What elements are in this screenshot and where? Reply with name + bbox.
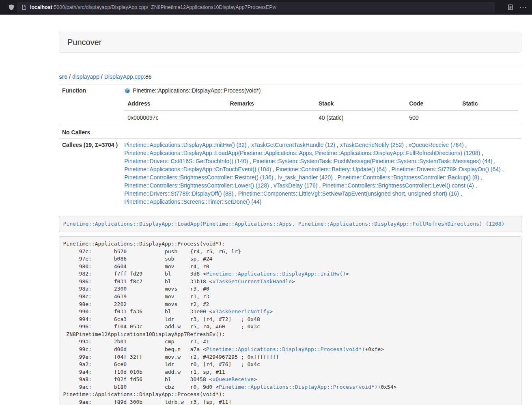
callee-link[interactable]: vTaskDelay (176) [274, 182, 317, 189]
callee-separator: , [480, 150, 483, 156]
callee-separator: , [246, 142, 251, 148]
callee-separator: , [492, 158, 495, 164]
url-host: localhost [30, 4, 52, 10]
function-stats-table: Address Remarks Stack Code Static 0x0000… [124, 97, 518, 124]
code-symbol-link[interactable]: Pinetime::Applications::DisplayApp::Proc… [206, 346, 365, 352]
no-callers-label: No Callers [59, 126, 121, 139]
callee-link[interactable]: xTaskGenericNotify (252) [340, 142, 404, 148]
stat-remarks [227, 110, 315, 124]
callee-link[interactable]: Pinetime::Controllers::BrightnessControl… [322, 182, 474, 189]
callee-link[interactable]: Pinetime::Controllers::BrightnessControl… [124, 182, 269, 189]
callee-link[interactable]: Pinetime::Controllers::BrightnessControl… [124, 174, 273, 181]
callees-label: Callees (19, Σ=3704 ) [59, 139, 121, 208]
browser-chrome: localhost:5000/path/src/displayapp/Displ… [0, 0, 532, 15]
column-header-code: Code [406, 97, 459, 110]
callee-link[interactable]: Pinetime::System::SystemTask::PushMessag… [253, 158, 493, 164]
callee-separator: , [271, 166, 276, 172]
highlighted-symbol-box: Pinetime::Applications::DisplayApp::Load… [59, 216, 521, 232]
callee-link[interactable]: Pinetime::Applications::DisplayApp::OnTo… [124, 166, 271, 172]
disassembly-code: Pinetime::Applications::DisplayApp::Proc… [59, 236, 521, 405]
reader-mode-icon[interactable] [507, 4, 514, 11]
callee-link[interactable]: lv_task_handler (420) [278, 174, 333, 181]
no-callers-row: No Callers [59, 126, 521, 139]
column-header-address: Address [124, 97, 226, 110]
code-symbol-link[interactable]: xTaskGetCurrentTaskHandle [212, 278, 292, 284]
stats-header-row: Address Remarks Stack Code Static [124, 97, 518, 110]
url-bar[interactable]: localhost:5000/path/src/displayapp/Displ… [17, 2, 495, 13]
highlighted-symbol-link[interactable]: Pinetime::Applications::DisplayApp::Load… [63, 221, 505, 227]
callee-separator: , [474, 182, 477, 189]
url-path: :5000/path/src/displayapp/DisplayApp.cpp… [52, 4, 276, 10]
callee-separator: , [248, 158, 253, 164]
function-icon [124, 88, 130, 94]
callee-separator: , [387, 166, 392, 172]
callee-link[interactable]: Pinetime::Drivers::St7789::DisplayOff() … [124, 190, 233, 197]
column-header-remarks: Remarks [227, 97, 315, 110]
function-row: Function Pinetime::Applications::Display… [59, 84, 521, 126]
divider [59, 65, 521, 65]
stat-stack: 40 (static) [315, 110, 406, 124]
callee-separator: , [333, 174, 338, 181]
callee-link[interactable]: Pinetime::Controllers::Battery::Update()… [276, 166, 387, 172]
page-title: Puncover [67, 38, 513, 47]
callee-separator: , [233, 190, 238, 197]
callee-link[interactable]: Pinetime::Applications::Screens::Timer::… [124, 198, 261, 205]
code-symbol-link[interactable]: Pinetime::Applications::DisplayApp::Proc… [219, 384, 377, 390]
callee-separator: , [317, 182, 322, 189]
breadcrumb-separator: / [101, 73, 103, 80]
code-symbol-link[interactable]: xTaskGenericNotify [212, 308, 269, 315]
url-text: localhost:5000/path/src/displayapp/Displ… [30, 4, 276, 10]
page-title-panel: Puncover [59, 32, 521, 53]
callee-separator: , [459, 190, 462, 197]
callee-separator: , [501, 166, 504, 172]
callees-cell: Pinetime::Applications::DisplayApp::Init… [121, 139, 521, 208]
page-content: Puncover src/displayapp/DisplayApp.cpp:8… [59, 32, 521, 405]
function-row-label: Function [59, 84, 121, 126]
callee-link[interactable]: xQueueReceive (764) [409, 142, 464, 148]
code-symbol-link[interactable]: Pinetime::Applications::DisplayApp::Init… [206, 271, 346, 277]
stats-value-row: 0x0000097c 40 (static) 500 [124, 110, 518, 124]
callee-separator: , [335, 142, 340, 148]
code-symbol-link[interactable]: xQueueReceive [212, 376, 254, 382]
callees-row: Callees (19, Σ=3704 ) Pinetime::Applicat… [59, 139, 521, 208]
shield-icon[interactable] [8, 4, 15, 11]
callee-link[interactable]: Pinetime::Controllers::BrightnessControl… [337, 174, 479, 181]
callee-link[interactable]: Pinetime::Drivers::Cst816S::GetTouchInfo… [124, 158, 248, 164]
stat-address: 0x0000097c [124, 110, 226, 124]
callee-link[interactable]: Pinetime::Applications::DisplayApp::Init… [124, 142, 246, 148]
callee-link[interactable]: Pinetime::Components::LittleVgl::SetNewT… [238, 190, 459, 197]
breadcrumb-line-number: :86 [144, 73, 151, 80]
function-table: Function Pinetime::Applications::Display… [59, 84, 521, 208]
breadcrumb-link-displayapp[interactable]: displayapp [72, 73, 99, 80]
column-header-stack: Stack [315, 97, 406, 110]
function-name: Pinetime::Applications::DisplayApp::Proc… [133, 86, 261, 95]
breadcrumb-link-file[interactable]: DisplayApp.cpp [104, 73, 144, 80]
stat-code: 500 [406, 110, 459, 124]
callee-separator: , [464, 142, 467, 148]
breadcrumb-separator: / [69, 73, 71, 80]
breadcrumb-link-src[interactable]: src [59, 73, 67, 80]
breadcrumb: src/displayapp/DisplayApp.cpp:86 [59, 73, 521, 81]
callee-separator: , [269, 182, 274, 189]
callee-separator: , [479, 174, 482, 181]
stat-static [459, 110, 518, 124]
callee-link[interactable]: xTaskGetCurrentTaskHandle (12) [251, 142, 335, 148]
column-header-static: Static [459, 97, 518, 110]
callee-separator: , [404, 142, 409, 148]
more-menu-icon[interactable]: ⋯ [519, 4, 527, 11]
callee-link[interactable]: Pinetime::Drivers::St7789::DisplayOn() (… [392, 166, 501, 172]
callee-link[interactable]: Pinetime::Applications::DisplayApp::Load… [124, 150, 480, 156]
page-icon [21, 4, 27, 10]
callee-separator: , [273, 174, 278, 181]
